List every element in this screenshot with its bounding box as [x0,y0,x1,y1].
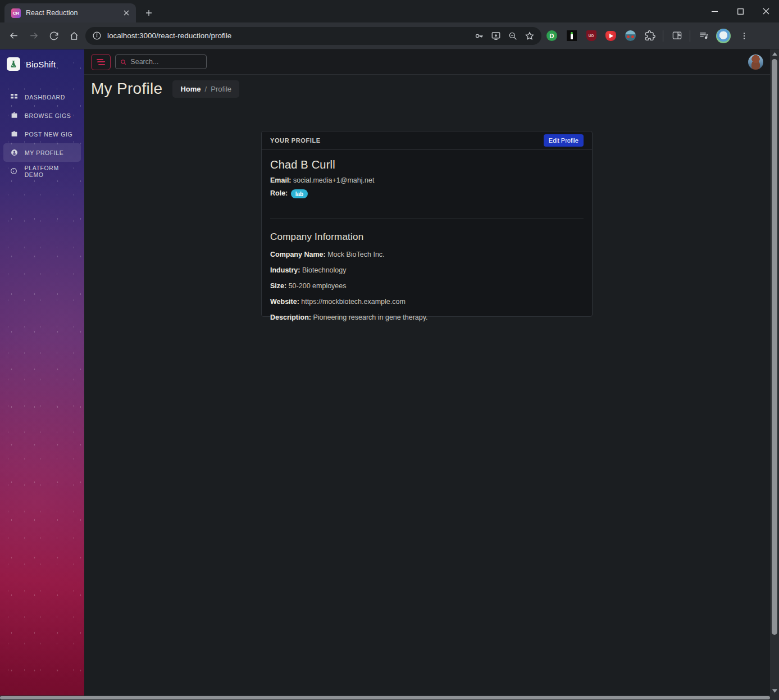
main-panel: My Profile Home / Profile YOUR PROFILE E… [84,49,770,696]
search-icon [120,58,126,66]
browser-window: CR React Reduction [0,0,779,700]
maximize-button[interactable] [727,0,753,22]
profile-card: YOUR PROFILE Edit Profile Chad B Curll E… [261,131,593,317]
sidebar-item-label: DASHBOARD [25,94,65,101]
browser-profile-avatar[interactable] [716,29,731,43]
role-badge: lab [291,189,308,198]
search-input[interactable] [130,58,202,66]
company-field: Size: 50-200 employees [270,282,584,290]
scroll-up-icon[interactable] [770,49,779,58]
sidebar-item-label: POST NEW GIG [25,131,72,138]
field-label: Size: [270,282,286,290]
url-bar[interactable]: localhost:3000/react-reduction/profile [85,27,541,45]
side-panel-icon[interactable] [668,26,686,45]
extensions-puzzle-icon[interactable] [641,26,659,45]
extension-robot-icon[interactable] [621,26,640,45]
sidebar-item-browse-gigs[interactable]: BROWSE GIGS [0,106,84,125]
robot-badge [625,30,636,41]
person-icon [10,149,18,157]
email-value: social.media+1@mahj.net [293,176,374,184]
site-info-icon[interactable] [92,31,102,40]
zoom-out-icon[interactable] [504,28,521,44]
ublock-badge: UO [586,30,596,41]
dashlane-badge: D [546,30,557,41]
media-playlist-icon[interactable] [695,26,713,45]
window-controls [701,0,779,22]
url-text[interactable]: localhost:3000/react-reduction/profile [107,31,471,40]
tab-strip: CR React Reduction [0,0,779,22]
profile-card-header: YOUR PROFILE Edit Profile [262,131,592,150]
extension-dashlane-icon[interactable]: D [543,26,561,45]
grid-icon [10,93,18,101]
company-field: Description: Pioneering research in gene… [270,313,584,321]
sidebar-item-label: PLATFORM DEMO [25,165,79,178]
profile-name: Chad B Curll [270,158,584,171]
toolbar-separator [663,30,663,42]
new-tab-button[interactable] [142,6,156,20]
field-label: Company Name: [270,251,326,258]
back-icon[interactable] [3,26,24,46]
imagus-badge [567,30,577,41]
sidebar: BioShift DASHBOARD BROWSE GIGS [0,49,84,696]
sidebar-item-my-profile[interactable]: MY PROFILE [3,143,81,162]
field-value: https://mockbiotech.example.com [301,298,406,306]
breadcrumb-home-link[interactable]: Home [180,85,201,93]
profile-card-body: Chad B Curll Email: social.media+1@mahj.… [262,150,592,321]
page-content: My Profile Home / Profile YOUR PROFILE E… [84,75,770,696]
company-field: Industry: Biotechnology [270,266,584,274]
extension-ublock-icon[interactable]: UO [582,26,600,45]
install-app-icon[interactable] [488,28,504,44]
email-line: Email: social.media+1@mahj.net [270,176,584,184]
app-topbar [84,49,770,75]
field-value: Mock BioTech Inc. [327,251,384,258]
password-key-icon[interactable] [471,28,488,44]
scroll-down-icon[interactable] [770,687,779,696]
bookmark-star-icon[interactable] [521,28,538,44]
app-viewport: BioShift DASHBOARD BROWSE GIGS [0,49,779,700]
user-avatar[interactable] [748,54,763,70]
tab-close-icon[interactable] [121,8,131,18]
briefcase-icon [10,112,18,120]
brand-name: BioShift [26,60,56,69]
role-label: Role: [270,189,288,197]
sidebar-item-dashboard[interactable]: DASHBOARD [0,88,84,106]
card-header-title: YOUR PROFILE [270,137,321,144]
breadcrumb: Home / Profile [172,80,239,98]
vertical-scrollbar[interactable] [770,49,779,696]
company-field: Company Name: Mock BioTech Inc. [270,251,584,258]
edit-profile-button[interactable]: Edit Profile [544,134,584,147]
sidebar-item-label: MY PROFILE [25,149,63,156]
brand[interactable]: BioShift [0,49,84,76]
search-box[interactable] [115,54,207,69]
sidebar-item-post-new-gig[interactable]: POST NEW GIG [0,125,84,143]
field-value: Biotechnology [302,266,347,274]
field-value: Pioneering research in gene therapy. [313,313,427,321]
breadcrumb-current: Profile [211,85,231,93]
sidebar-item-label: BROWSE GIGS [25,112,71,119]
page-title: My Profile [91,80,162,98]
menu-dots-icon[interactable] [735,26,753,45]
horizontal-scrollbar-thumb[interactable] [0,696,770,699]
info-icon [10,167,18,175]
toolbar-separator [690,30,690,42]
close-button[interactable] [753,0,779,22]
refresh-icon[interactable] [44,26,64,46]
field-label: Industry: [270,266,300,274]
breadcrumb-separator: / [205,85,207,93]
forward-icon[interactable] [24,26,44,46]
vertical-scrollbar-thumb[interactable] [772,59,777,635]
sidebar-item-platform-demo[interactable]: PLATFORM DEMO [0,162,84,180]
horizontal-scrollbar[interactable] [0,696,779,700]
browser-tab[interactable]: CR React Reduction [4,3,136,22]
extension-video-icon[interactable] [602,26,620,45]
tab-title: React Reduction [26,9,121,17]
sidebar-toggle-button[interactable] [91,54,111,70]
field-label: Description: [270,313,311,321]
browser-toolbar: localhost:3000/react-reduction/profile D… [0,22,779,49]
minimize-button[interactable] [701,0,727,22]
field-value: 50-200 employees [289,282,347,290]
extension-imagus-icon[interactable] [562,26,581,45]
company-heading: Company Information [270,231,584,243]
home-icon[interactable] [64,26,84,46]
email-label: Email: [270,176,291,184]
